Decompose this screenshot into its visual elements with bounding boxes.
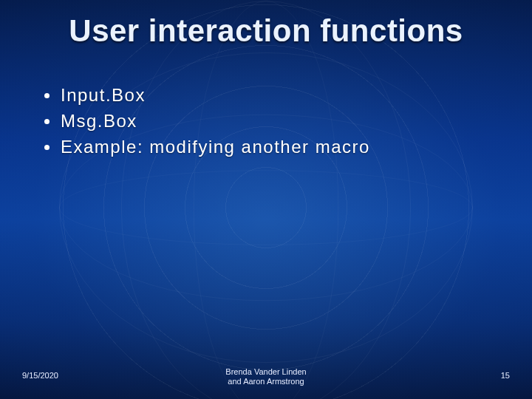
slide: User interaction functions Input.Box Msg… (0, 0, 532, 399)
slide-title: User interaction functions (0, 13, 532, 49)
bullet-item: Msg.Box (41, 109, 502, 134)
footer-authors: Brenda Vander Linden and Aaron Armstrong (225, 367, 306, 388)
footer-page-number: 15 (501, 371, 510, 380)
bullet-text: Example: modifying another macro (61, 137, 370, 157)
bullet-item: Example: modifying another macro (41, 134, 502, 160)
footer-date: 9/15/2020 (22, 371, 58, 380)
bullet-text: Msg.Box (61, 111, 137, 131)
globe-graphic-lat1 (59, 170, 473, 245)
globe-graphic (59, 1, 473, 399)
bullet-item: Input.Box (41, 83, 502, 109)
bullet-list: Input.Box Msg.Box Example: modifying ano… (41, 83, 502, 160)
bullet-text: Input.Box (61, 85, 146, 105)
slide-body: Input.Box Msg.Box Example: modifying ano… (41, 83, 502, 160)
slide-footer: 9/15/2020 Brenda Vander Linden and Aaron… (0, 365, 532, 390)
